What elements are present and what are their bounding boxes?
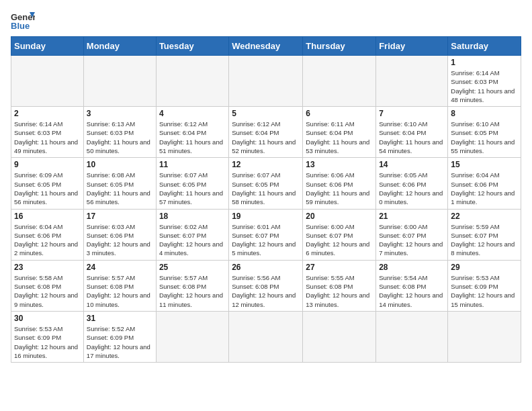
day-number: 5 [232,109,300,118]
calendar-table: SundayMondayTuesdayWednesdayThursdayFrid… [11,36,521,363]
day-number: 14 [379,160,445,169]
day-sun-info: Sunrise: 5:53 AM Sunset: 6:09 PM Dayligh… [14,324,81,360]
calendar-day-cell: 6Sunrise: 6:11 AM Sunset: 6:04 PM Daylig… [303,107,376,158]
day-sun-info: Sunrise: 6:12 AM Sunset: 6:04 PM Dayligh… [232,120,300,155]
calendar-day-cell: 25Sunrise: 5:57 AM Sunset: 6:08 PM Dayli… [156,260,228,311]
calendar-day-cell: 16Sunrise: 6:04 AM Sunset: 6:06 PM Dayli… [11,209,84,260]
day-sun-info: Sunrise: 6:08 AM Sunset: 6:05 PM Dayligh… [87,171,153,206]
day-sun-info: Sunrise: 6:00 AM Sunset: 6:07 PM Dayligh… [379,222,445,258]
day-number: 31 [87,314,153,323]
calendar-day-cell [156,56,228,107]
calendar-day-cell: 23Sunrise: 5:58 AM Sunset: 6:08 PM Dayli… [11,260,84,311]
calendar-day-cell [229,311,303,362]
day-number: 19 [232,212,300,221]
day-number: 26 [232,263,300,272]
day-number: 2 [14,109,81,118]
calendar-header-row: SundayMondayTuesdayWednesdayThursdayFrid… [11,37,521,56]
day-number: 16 [14,212,81,221]
day-number: 28 [379,263,445,272]
day-number: 30 [14,314,81,323]
calendar-day-cell: 12Sunrise: 6:07 AM Sunset: 6:05 PM Dayli… [229,158,303,209]
calendar-day-cell: 7Sunrise: 6:10 AM Sunset: 6:04 PM Daylig… [376,107,448,158]
calendar-day-cell: 15Sunrise: 6:04 AM Sunset: 6:06 PM Dayli… [448,158,521,209]
day-number: 12 [232,160,300,169]
day-sun-info: Sunrise: 6:12 AM Sunset: 6:04 PM Dayligh… [159,120,226,155]
calendar-week-row: 1Sunrise: 6:14 AM Sunset: 6:03 PM Daylig… [11,56,521,107]
day-sun-info: Sunrise: 6:14 AM Sunset: 6:03 PM Dayligh… [14,120,81,155]
calendar-day-cell: 24Sunrise: 5:57 AM Sunset: 6:08 PM Dayli… [83,260,156,311]
day-number: 6 [306,109,373,118]
day-of-week-header: Monday [83,37,156,56]
day-sun-info: Sunrise: 5:55 AM Sunset: 6:08 PM Dayligh… [306,273,373,309]
day-sun-info: Sunrise: 6:06 AM Sunset: 6:06 PM Dayligh… [306,171,373,206]
day-sun-info: Sunrise: 6:02 AM Sunset: 6:07 PM Dayligh… [159,222,226,258]
day-sun-info: Sunrise: 5:56 AM Sunset: 6:08 PM Dayligh… [232,273,300,309]
calendar-day-cell: 2Sunrise: 6:14 AM Sunset: 6:03 PM Daylig… [11,107,84,158]
day-sun-info: Sunrise: 6:04 AM Sunset: 6:06 PM Dayligh… [14,222,81,258]
day-of-week-header: Sunday [11,37,84,56]
calendar-day-cell: 29Sunrise: 5:53 AM Sunset: 6:09 PM Dayli… [448,260,521,311]
calendar-week-row: 9Sunrise: 6:09 AM Sunset: 6:05 PM Daylig… [11,158,521,209]
day-sun-info: Sunrise: 5:57 AM Sunset: 6:08 PM Dayligh… [159,273,226,309]
calendar-day-cell [303,56,376,107]
day-number: 4 [159,109,226,118]
calendar-day-cell: 20Sunrise: 6:00 AM Sunset: 6:07 PM Dayli… [303,209,376,260]
calendar-day-cell: 4Sunrise: 6:12 AM Sunset: 6:04 PM Daylig… [156,107,228,158]
calendar-day-cell [448,311,521,362]
calendar-day-cell [376,56,448,107]
day-of-week-header: Friday [376,37,448,56]
calendar-day-cell: 17Sunrise: 6:03 AM Sunset: 6:06 PM Dayli… [83,209,156,260]
day-sun-info: Sunrise: 6:09 AM Sunset: 6:05 PM Dayligh… [14,171,81,206]
calendar-day-cell: 31Sunrise: 5:52 AM Sunset: 6:09 PM Dayli… [83,311,156,362]
day-number: 21 [379,212,445,221]
svg-text:Blue: Blue [11,21,30,31]
calendar-day-cell: 26Sunrise: 5:56 AM Sunset: 6:08 PM Dayli… [229,260,303,311]
day-number: 13 [306,160,373,169]
day-number: 25 [159,263,226,272]
page-header: General Blue [11,11,521,31]
day-sun-info: Sunrise: 6:11 AM Sunset: 6:04 PM Dayligh… [306,120,373,155]
day-number: 17 [87,212,153,221]
calendar-day-cell [229,56,303,107]
calendar-day-cell: 13Sunrise: 6:06 AM Sunset: 6:06 PM Dayli… [303,158,376,209]
day-number: 15 [451,160,518,169]
calendar-day-cell: 10Sunrise: 6:08 AM Sunset: 6:05 PM Dayli… [83,158,156,209]
calendar-day-cell: 5Sunrise: 6:12 AM Sunset: 6:04 PM Daylig… [229,107,303,158]
calendar-day-cell: 1Sunrise: 6:14 AM Sunset: 6:03 PM Daylig… [448,56,521,107]
day-sun-info: Sunrise: 6:01 AM Sunset: 6:07 PM Dayligh… [232,222,300,258]
calendar-day-cell: 18Sunrise: 6:02 AM Sunset: 6:07 PM Dayli… [156,209,228,260]
day-number: 3 [87,109,153,118]
calendar-day-cell [11,56,84,107]
day-sun-info: Sunrise: 6:14 AM Sunset: 6:03 PM Dayligh… [451,68,518,104]
calendar-day-cell [83,56,156,107]
day-sun-info: Sunrise: 5:57 AM Sunset: 6:08 PM Dayligh… [87,273,153,309]
day-number: 24 [87,263,153,272]
logo-icon: General Blue [11,11,35,31]
day-sun-info: Sunrise: 6:03 AM Sunset: 6:06 PM Dayligh… [87,222,153,258]
calendar-day-cell [303,311,376,362]
day-sun-info: Sunrise: 5:54 AM Sunset: 6:08 PM Dayligh… [379,273,445,309]
day-sun-info: Sunrise: 6:04 AM Sunset: 6:06 PM Dayligh… [451,171,518,206]
day-sun-info: Sunrise: 6:10 AM Sunset: 6:04 PM Dayligh… [379,120,445,155]
day-of-week-header: Saturday [448,37,521,56]
day-sun-info: Sunrise: 5:53 AM Sunset: 6:09 PM Dayligh… [451,273,518,309]
day-sun-info: Sunrise: 6:10 AM Sunset: 6:05 PM Dayligh… [451,120,518,155]
day-number: 27 [306,263,373,272]
day-number: 8 [451,109,518,118]
day-of-week-header: Wednesday [229,37,303,56]
day-sun-info: Sunrise: 5:59 AM Sunset: 6:07 PM Dayligh… [451,222,518,258]
day-number: 7 [379,109,445,118]
calendar-day-cell: 21Sunrise: 6:00 AM Sunset: 6:07 PM Dayli… [376,209,448,260]
calendar-day-cell: 27Sunrise: 5:55 AM Sunset: 6:08 PM Dayli… [303,260,376,311]
calendar-week-row: 2Sunrise: 6:14 AM Sunset: 6:03 PM Daylig… [11,107,521,158]
calendar-day-cell: 3Sunrise: 6:13 AM Sunset: 6:03 PM Daylig… [83,107,156,158]
day-number: 20 [306,212,373,221]
calendar-week-row: 16Sunrise: 6:04 AM Sunset: 6:06 PM Dayli… [11,209,521,260]
calendar-day-cell: 28Sunrise: 5:54 AM Sunset: 6:08 PM Dayli… [376,260,448,311]
day-sun-info: Sunrise: 5:58 AM Sunset: 6:08 PM Dayligh… [14,273,81,309]
calendar-day-cell [376,311,448,362]
day-sun-info: Sunrise: 6:07 AM Sunset: 6:05 PM Dayligh… [232,171,300,206]
day-number: 29 [451,263,518,272]
calendar-day-cell: 8Sunrise: 6:10 AM Sunset: 6:05 PM Daylig… [448,107,521,158]
day-number: 22 [451,212,518,221]
